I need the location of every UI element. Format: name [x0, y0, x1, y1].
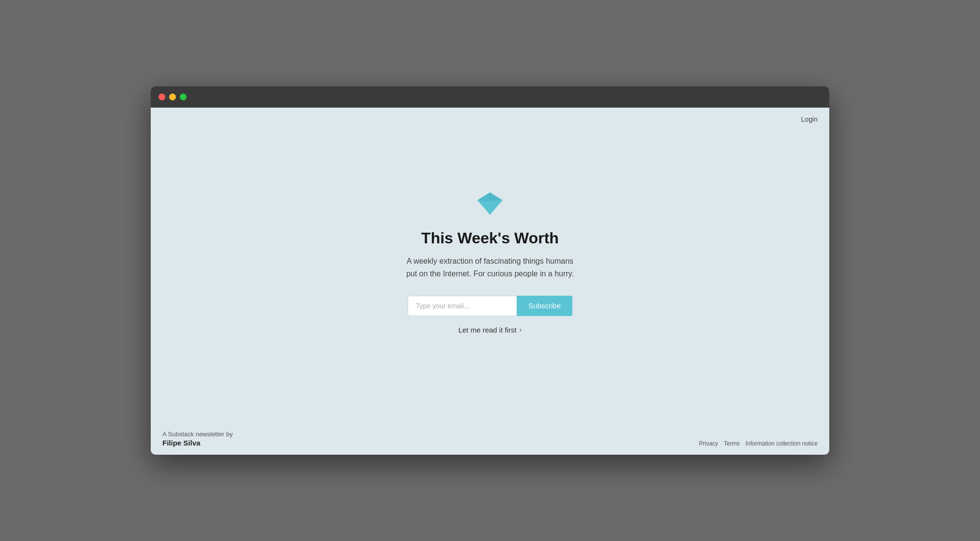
minimize-button[interactable] — [169, 94, 176, 100]
traffic-lights — [158, 94, 187, 100]
chevron-right-icon: › — [520, 326, 522, 334]
diamond-svg — [475, 191, 505, 216]
email-input[interactable] — [408, 296, 517, 316]
description-line1: A weekly extraction of fascinating thing… — [407, 257, 573, 265]
main-content: This Week's Worth A weekly extraction of… — [151, 102, 829, 423]
subscribe-button[interactable]: Subscribe — [517, 296, 572, 316]
newsletter-title: This Week's Worth — [421, 229, 559, 247]
svg-marker-1 — [477, 192, 503, 201]
subscribe-form: Subscribe — [408, 296, 572, 316]
footer-info-collection-link[interactable]: Information collection notice — [745, 440, 818, 447]
footer-author: Filipe Silva — [162, 439, 233, 447]
footer-links: Privacy Terms Information collection not… — [699, 440, 818, 447]
footer-privacy-link[interactable]: Privacy — [699, 440, 718, 447]
browser-window: Login This Week's Worth A weekly extract… — [151, 86, 829, 455]
footer: A Substack newsletter by Filipe Silva Pr… — [151, 423, 829, 455]
newsletter-description: A weekly extraction of fascinating thing… — [406, 255, 574, 280]
close-button[interactable] — [158, 94, 165, 100]
logo-icon — [475, 191, 505, 218]
maximize-button[interactable] — [180, 94, 187, 100]
footer-substack-label: A Substack newsletter by — [162, 430, 233, 438]
read-first-link[interactable]: Let me read it first › — [458, 326, 522, 334]
footer-left: A Substack newsletter by Filipe Silva — [162, 430, 233, 447]
browser-content: Login This Week's Worth A weekly extract… — [151, 108, 829, 455]
footer-terms-link[interactable]: Terms — [724, 440, 740, 447]
description-line2: put on the Internet. For curious people … — [406, 270, 574, 278]
read-first-label: Let me read it first — [458, 326, 517, 334]
